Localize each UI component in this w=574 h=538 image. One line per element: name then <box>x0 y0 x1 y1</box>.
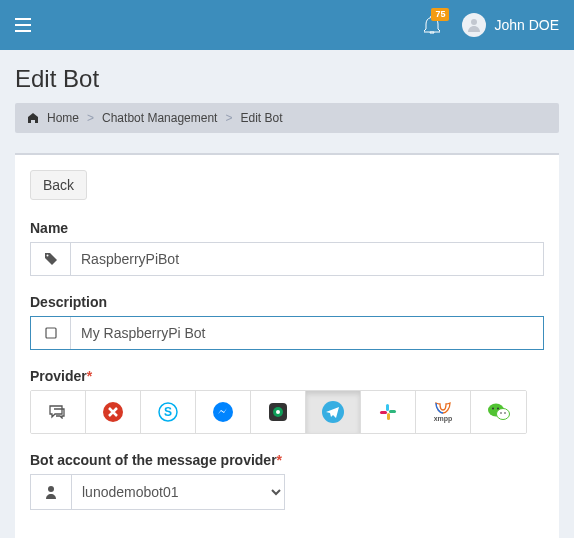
provider-group: Provider* S <box>30 368 544 434</box>
provider-disabled-button[interactable] <box>86 391 141 433</box>
description-input-group <box>30 316 544 350</box>
svg-point-9 <box>276 410 280 414</box>
breadcrumb: Home > Chatbot Management > Edit Bot <box>15 103 559 133</box>
breadcrumb-home[interactable]: Home <box>47 111 79 125</box>
provider-telegram-button[interactable] <box>306 391 361 433</box>
wechat-icon <box>487 402 511 422</box>
name-group: Name <box>30 220 544 276</box>
provider-slack-button[interactable] <box>361 391 416 433</box>
svg-rect-14 <box>380 411 387 414</box>
tag-icon <box>31 243 71 275</box>
bot-account-select-group: lunodemobot01 <box>30 474 285 510</box>
topbar-right: 75 John DOE <box>424 13 559 37</box>
content-header: Edit Bot Home > Chatbot Management > Edi… <box>0 50 574 138</box>
svg-rect-11 <box>386 404 389 411</box>
bot-account-label: Bot account of the message provider* <box>30 452 544 468</box>
provider-label: Provider* <box>30 368 544 384</box>
skype-icon: S <box>157 401 179 423</box>
back-button[interactable]: Back <box>30 170 87 200</box>
svg-point-17 <box>492 408 494 410</box>
cross-circle-icon <box>102 401 124 423</box>
provider-messenger-button[interactable] <box>196 391 251 433</box>
messenger-icon <box>212 401 234 423</box>
svg-point-19 <box>500 412 502 414</box>
page-title: Edit Bot <box>15 65 559 93</box>
svg-point-18 <box>497 408 499 410</box>
user-menu-button[interactable]: John DOE <box>462 13 559 37</box>
provider-irc-button[interactable] <box>31 391 86 433</box>
user-name-label: John DOE <box>494 17 559 33</box>
telegram-icon <box>321 400 345 424</box>
breadcrumb-mgmt[interactable]: Chatbot Management <box>102 111 217 125</box>
svg-point-0 <box>471 19 477 25</box>
bot-account-group: Bot account of the message provider* lun… <box>30 452 544 510</box>
svg-point-20 <box>504 412 506 414</box>
content: Back Name Description Provider* <box>0 138 574 538</box>
form-box: Back Name Description Provider* <box>15 153 559 538</box>
hamburger-icon <box>15 18 31 32</box>
svg-rect-13 <box>387 413 390 420</box>
bot-account-select[interactable]: lunodemobot01 <box>71 475 284 509</box>
description-group: Description <box>30 294 544 350</box>
provider-hangouts-button[interactable] <box>251 391 306 433</box>
note-icon <box>31 317 71 349</box>
user-icon <box>31 475 71 509</box>
notifications-button[interactable]: 75 <box>424 16 440 34</box>
breadcrumb-current: Edit Bot <box>240 111 282 125</box>
breadcrumb-sep: > <box>87 111 94 125</box>
breadcrumb-sep: > <box>225 111 232 125</box>
description-input[interactable] <box>71 317 543 349</box>
topbar: 75 John DOE <box>0 0 574 50</box>
svg-point-16 <box>496 409 509 420</box>
provider-skype-button[interactable]: S <box>141 391 196 433</box>
provider-xmpp-button[interactable]: xmpp <box>416 391 471 433</box>
home-icon <box>27 112 39 124</box>
avatar <box>462 13 486 37</box>
slack-icon <box>378 402 398 422</box>
provider-wechat-button[interactable] <box>471 391 526 433</box>
svg-rect-2 <box>46 328 56 338</box>
hangouts-icon <box>267 401 289 423</box>
name-label: Name <box>30 220 544 236</box>
svg-text:S: S <box>164 405 172 419</box>
user-icon <box>466 17 482 33</box>
svg-point-21 <box>48 486 54 492</box>
name-input[interactable] <box>71 243 543 275</box>
svg-rect-12 <box>389 410 396 413</box>
notification-badge: 75 <box>431 8 449 21</box>
xmpp-icon <box>434 402 452 414</box>
name-input-group <box>30 242 544 276</box>
chat-icon <box>49 405 67 419</box>
provider-options: S <box>30 390 527 434</box>
svg-point-1 <box>46 255 48 257</box>
menu-toggle-button[interactable] <box>15 18 31 32</box>
description-label: Description <box>30 294 544 310</box>
